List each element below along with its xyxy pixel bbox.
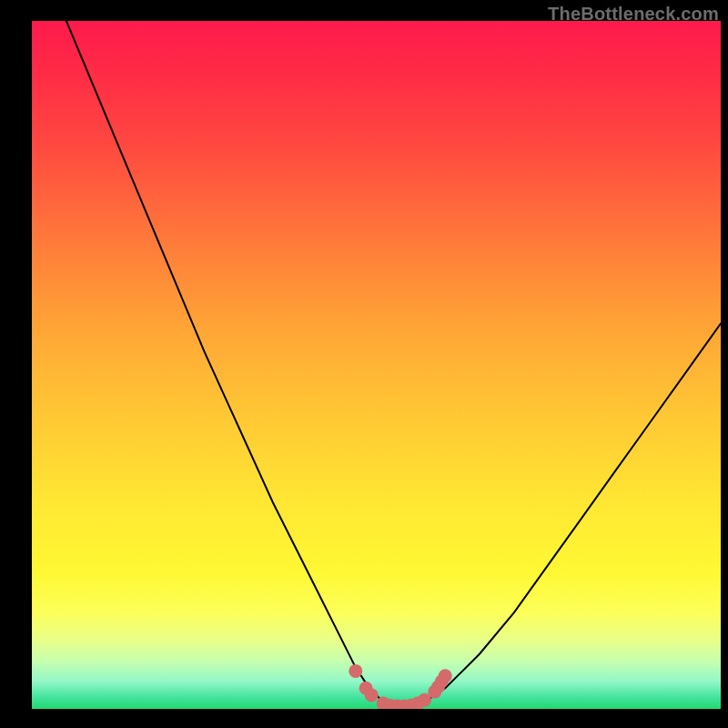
highlight-dot xyxy=(435,674,449,688)
plot-area xyxy=(32,21,721,709)
highlight-dot xyxy=(418,693,431,707)
highlight-dot xyxy=(428,685,441,699)
highlight-dot xyxy=(431,680,445,693)
highlight-dot xyxy=(410,697,424,710)
highlight-dot xyxy=(390,700,404,710)
bottleneck-curve xyxy=(66,21,721,709)
highlight-dot xyxy=(397,700,410,710)
highlight-dot xyxy=(377,697,390,710)
highlight-dot xyxy=(349,664,362,678)
highlight-dot xyxy=(359,682,373,695)
highlight-dots xyxy=(349,664,451,709)
highlight-dot xyxy=(404,699,418,709)
chart-frame: TheBottleneck.com xyxy=(0,0,728,728)
highlight-dot xyxy=(365,688,379,702)
highlight-dot xyxy=(439,669,452,682)
curve-layer xyxy=(32,21,721,709)
highlight-dot xyxy=(383,699,397,709)
